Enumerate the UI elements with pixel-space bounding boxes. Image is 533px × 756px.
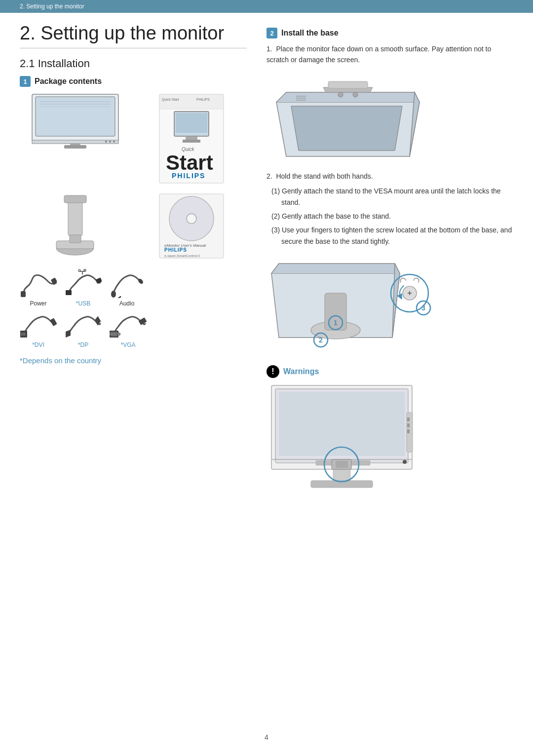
vga-cable-illustration [110,310,147,340]
dvi-cable-illustration [20,310,57,340]
svg-rect-1 [36,97,115,136]
svg-point-10 [113,141,115,143]
page-number: 4 [265,723,268,751]
manual-package-item: eMonitor User's Manual PHILIPS e-saver,S… [136,191,247,261]
cable-power-label: Power [30,300,46,307]
warning-monitor-illustration [266,383,429,491]
svg-point-63 [353,92,358,97]
package-grid: Quick Start PHILIPS Quick Start PHILIPS [20,92,247,261]
cable-dvi-item: *DVI [20,310,57,348]
stand-illustration [52,191,99,261]
dp-cable-illustration [65,310,102,340]
power-cable-illustration [20,268,57,298]
svg-point-42 [111,291,116,298]
svg-text:2: 2 [319,336,323,344]
svg-rect-87 [407,423,410,427]
audio-cable-illustration [110,268,144,298]
svg-point-8 [105,141,107,143]
cables-row-1: Power *USB [20,268,247,307]
svg-text:PHILIPS: PHILIPS [172,172,205,180]
svg-rect-35 [66,290,72,295]
cable-audio-item: Audio [110,268,144,307]
svg-text:Quick Start: Quick Start [162,98,179,102]
depends-text: *Depends on the country [20,356,247,365]
svg-text:Start: Start [166,151,213,174]
cable-power-item: Power [20,268,57,307]
svg-point-91 [403,460,407,464]
warning-section: ! Warnings [266,365,513,493]
svg-rect-12 [159,94,224,109]
page-container: 2. Setting up the monitor 2. Setting up … [0,0,533,756]
package-contents-header: 1 Package contents [20,76,247,87]
quickstart-package-item: Quick Start PHILIPS Quick Start PHILIPS [136,92,247,186]
monitor-package-item [20,92,130,186]
svg-rect-6 [64,145,86,149]
cable-dp-item: *DP [65,310,102,348]
section-21-title: 2.1 Installation [20,57,247,70]
cables-row-2: *DVI *DP [20,310,247,348]
step2-text: 2. Hold the stand with both hands. [266,171,513,182]
svg-rect-88 [407,429,410,433]
svg-rect-43 [117,296,121,298]
svg-rect-36 [95,277,102,284]
svg-point-39 [78,269,80,271]
badge-2: 2 [266,28,277,38]
svg-rect-81 [279,392,405,456]
right-column: 2 Install the base 1. Place the monitor … [266,13,513,493]
svg-rect-86 [407,417,410,421]
left-column: 2. Setting up the monitor 2.1 Installati… [20,13,247,493]
stand-package-item [20,191,130,261]
step2a: (1) Gently attach the stand to the VESA … [271,186,513,208]
cable-audio-label: Audio [119,300,135,307]
main-title: 2. Setting up the monitor [20,23,247,48]
step2b: (2) Gently attach the base to the stand. [271,211,513,222]
svg-rect-18 [183,140,200,143]
cable-vga-item: *VGA [110,310,147,348]
svg-text:PHILIPS: PHILIPS [196,98,210,101]
quickstart-illustration: Quick Start PHILIPS Quick Start PHILIPS [157,92,226,186]
svg-point-29 [187,214,196,224]
cable-dp-label: *DP [78,341,88,348]
warning-header: ! Warnings [266,365,513,378]
svg-rect-61 [328,81,368,88]
cable-vga-label: *VGA [120,341,135,348]
step-diagram-container: 1 2 3 [266,254,513,357]
svg-point-9 [109,141,111,143]
badge-1: 1 [20,76,31,87]
svg-rect-23 [64,195,86,203]
step2c: (3) Use your fingers to tighten the scre… [271,225,513,247]
svg-rect-17 [186,136,197,140]
breadcrumb: 2. Setting up the monitor [0,0,533,13]
monitor-facedown-container [266,73,513,164]
svg-rect-16 [176,113,207,133]
cable-usb-item: *USB [65,268,102,307]
svg-rect-26 [70,235,81,243]
svg-text:3: 3 [421,304,425,312]
cable-dvi-label: *DVI [32,341,44,348]
usb-cable-illustration [65,268,102,298]
svg-rect-40 [84,269,86,271]
warning-icon: ! [266,365,279,378]
svg-point-62 [338,92,343,97]
monitor-facedown-illustration [266,73,429,164]
manual-illustration: eMonitor User's Manual PHILIPS e-saver,S… [157,191,226,261]
svg-rect-94 [336,461,348,468]
step1-text: 1. Place the monitor face down on a smoo… [266,43,513,66]
svg-rect-45 [20,331,27,338]
step2-diagram: 1 2 3 [266,254,434,357]
svg-point-60 [117,333,120,336]
svg-text:1: 1 [334,319,338,327]
svg-text:e-saver,SmartControl II: e-saver,SmartControl II [164,254,200,258]
svg-rect-33 [21,291,26,297]
monitor-illustration [30,92,121,151]
svg-text:PHILIPS: PHILIPS [164,247,187,253]
cable-usb-label: *USB [76,300,90,307]
install-base-header: 2 Install the base [266,28,513,38]
content-area: 2. Setting up the monitor 2.1 Installati… [0,13,533,493]
step-substeps: (1) Gently attach the stand to the VESA … [271,186,513,247]
svg-marker-50 [66,330,71,338]
